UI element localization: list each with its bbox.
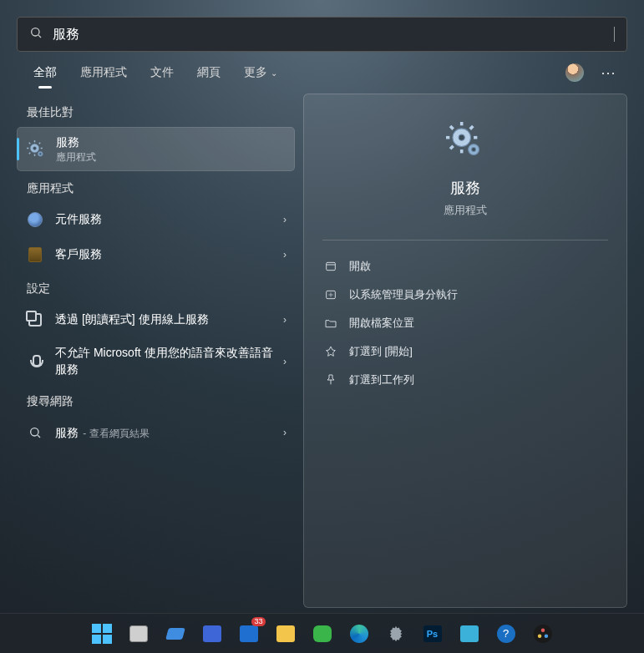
- svg-line-8: [29, 142, 31, 144]
- svg-line-15: [38, 435, 40, 438]
- user-avatar[interactable]: [565, 63, 584, 82]
- result-app-customer-services[interactable]: 客戶服務 ›: [17, 238, 295, 271]
- svg-line-23: [470, 126, 474, 129]
- microphone-icon: [25, 352, 45, 372]
- section-best-match: 最佳比對: [17, 97, 295, 127]
- section-web: 搜尋網路: [17, 386, 295, 416]
- services-icon: [445, 121, 485, 161]
- search-tabs: 全部 應用程式 文件 網頁 更多⌄ ⋯: [17, 52, 627, 94]
- taskbar-app-mail[interactable]: 33: [237, 622, 261, 645]
- search-icon: [25, 423, 45, 443]
- taskbar-app-calendar[interactable]: [200, 622, 224, 645]
- taskbar-app-snipping[interactable]: [458, 622, 481, 645]
- svg-line-22: [450, 126, 454, 129]
- taskbar-app-resolve[interactable]: [531, 622, 555, 645]
- gear-icon: [387, 625, 405, 643]
- open-icon: [324, 260, 337, 273]
- customer-services-icon: [25, 245, 45, 265]
- action-open[interactable]: 開啟: [322, 252, 608, 281]
- divider: [322, 240, 608, 240]
- chevron-right-icon: ›: [283, 249, 287, 261]
- result-setting-narrator-online[interactable]: 透過 [朗讀程式] 使用線上服務 ›: [17, 303, 295, 337]
- tab-documents[interactable]: 文件: [139, 52, 185, 94]
- taskbar-app-photoshop[interactable]: Ps: [421, 622, 444, 645]
- taskbar-app-taskview[interactable]: [127, 622, 150, 645]
- taskbar-app-edge[interactable]: [347, 622, 371, 645]
- chevron-right-icon: ›: [283, 214, 287, 225]
- svg-point-34: [544, 634, 547, 637]
- mail-badge: 33: [251, 617, 265, 626]
- search-bar[interactable]: [17, 17, 627, 52]
- svg-line-24: [450, 146, 454, 149]
- result-title: 服務: [56, 134, 286, 151]
- taskbar-app-file-explorer[interactable]: [274, 622, 297, 645]
- action-pin-to-taskbar[interactable]: 釘選到工作列: [322, 366, 608, 394]
- overflow-menu-button[interactable]: ⋯: [594, 63, 622, 82]
- tab-apps[interactable]: 應用程式: [68, 52, 139, 94]
- chevron-right-icon: ›: [283, 314, 287, 326]
- svg-point-33: [537, 634, 540, 637]
- chevron-right-icon: ›: [283, 427, 287, 438]
- start-button[interactable]: [90, 622, 114, 645]
- result-web-search[interactable]: 服務 - 查看網頁結果 ›: [17, 416, 295, 449]
- search-input[interactable]: [53, 27, 615, 42]
- svg-line-10: [29, 152, 31, 154]
- action-pin-to-start[interactable]: 釘選到 [開始]: [322, 337, 608, 366]
- component-services-icon: [25, 210, 45, 230]
- taskbar-app-line[interactable]: [311, 622, 334, 645]
- search-icon: [29, 26, 43, 43]
- results-list: 最佳比對 服務 應用程式 應用程式 元件服務 › 客戶服務 ›: [17, 94, 295, 608]
- pin-icon: [324, 373, 337, 387]
- chevron-down-icon: ⌄: [271, 68, 277, 78]
- svg-point-27: [472, 148, 476, 152]
- svg-point-13: [39, 153, 41, 154]
- svg-point-3: [33, 146, 37, 149]
- shield-icon: [324, 288, 337, 301]
- action-run-as-admin[interactable]: 以系統管理員身分執行: [322, 281, 608, 309]
- svg-line-1: [38, 35, 41, 38]
- chevron-right-icon: ›: [283, 356, 287, 367]
- svg-rect-28: [327, 262, 336, 270]
- taskbar-app-help[interactable]: ?: [494, 622, 518, 645]
- result-setting-voice-privacy[interactable]: 不允許 Microsoft 使用您的語音來改善語音服務 ›: [17, 338, 295, 384]
- svg-point-14: [31, 428, 38, 436]
- preview-pane: 服務 應用程式 開啟 以系統管理員身分執行 開啟檔案位置 釘選到 [開始]: [303, 94, 627, 608]
- svg-point-17: [459, 134, 464, 140]
- taskbar: 33 Ps ?: [0, 613, 644, 653]
- svg-point-0: [32, 28, 39, 36]
- taskbar-app-settings[interactable]: [384, 622, 408, 645]
- tab-all[interactable]: 全部: [22, 52, 68, 94]
- taskbar-app-todo[interactable]: [164, 622, 187, 645]
- result-app-component-services[interactable]: 元件服務 ›: [17, 203, 295, 236]
- preview-title: 服務: [450, 178, 480, 198]
- tab-web[interactable]: 網頁: [185, 52, 232, 94]
- result-subtitle: 應用程式: [56, 151, 286, 165]
- result-best-match[interactable]: 服務 應用程式: [17, 127, 295, 171]
- svg-line-9: [39, 142, 41, 144]
- section-settings: 設定: [17, 273, 295, 303]
- section-apps: 應用程式: [17, 173, 295, 203]
- folder-icon: [324, 316, 337, 330]
- windows-logo-icon: [92, 624, 112, 644]
- preview-subtitle: 應用程式: [444, 203, 487, 218]
- duplicate-window-icon: [25, 310, 45, 330]
- pin-icon: [324, 345, 337, 358]
- tab-more[interactable]: 更多⌄: [232, 52, 289, 94]
- action-open-file-location[interactable]: 開啟檔案位置: [322, 309, 608, 337]
- svg-point-32: [540, 628, 544, 631]
- services-icon: [26, 139, 46, 159]
